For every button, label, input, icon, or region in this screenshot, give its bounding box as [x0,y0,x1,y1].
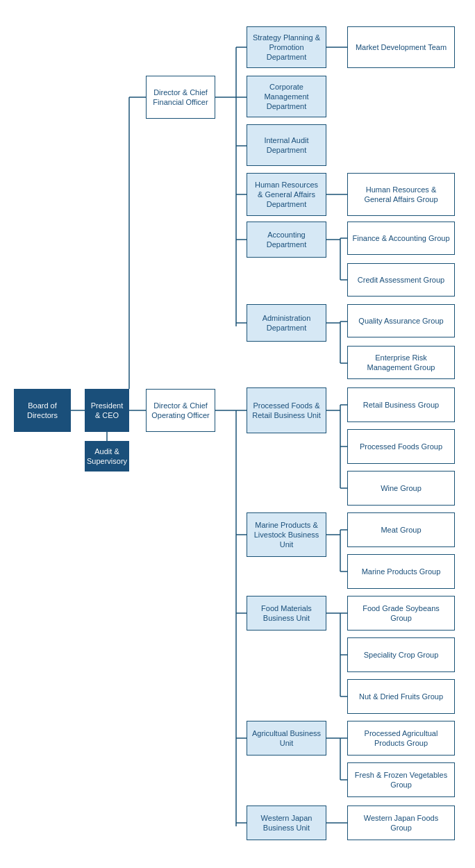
accounting-dept: Accounting Department [247,222,326,258]
marine-products-group: Marine Products Group [347,554,455,589]
internal-audit-dept: Internal Audit Department [247,124,326,166]
admin-dept: Administration Department [247,304,326,342]
market-dev-team: Market Development Team [347,26,455,68]
food-grade-group: Food Grade Soybeans Group [347,596,455,631]
agricultural-bu: Agricultual Business Unit [247,721,326,756]
enterprise-group: Enterprise Risk Management Group [347,346,455,379]
retail-biz-group: Retail Business Group [347,387,455,422]
processed-foods-group: Processed Foods Group [347,429,455,464]
hr-dept: Human Resources & General Affairs Depart… [247,173,326,216]
speciality-crop-group: Speciality Crop Group [347,637,455,672]
quality-group: Quality Assurance Group [347,304,455,337]
audit-supervisory: Audit & Supervisory [85,441,129,471]
credit-group: Credit Assessment Group [347,263,455,297]
fresh-frozen-group: Fresh & Frozen Vegetables Group [347,762,455,797]
finance-group: Finance & Accounting Group [347,222,455,255]
processed-agri-group: Processed Agricultual Products Group [347,721,455,756]
board-of-directors: Board of Directors [14,389,71,432]
president-ceo: President & CEO [85,389,129,432]
corporate-dept: Corporate Management Department [247,76,326,117]
hr-group: Human Resources & General Affairs Group [347,173,455,216]
western-japan-foods-group: Western Japan Foods Group [347,806,455,840]
processed-retail-bu: Processed Foods & Retail Business Unit [247,387,326,433]
nut-dried-group: Nut & Dried Fruits Group [347,679,455,714]
marine-bu: Marine Products & Livestock Business Uni… [247,512,326,557]
western-japan-bu: Western Japan Business Unit [247,806,326,840]
food-materials-bu: Food Materials Business Unit [247,596,326,631]
meat-group: Meat Group [347,512,455,547]
director-coo: Director & Chief Operating Officer [146,389,215,432]
strategy-dept: Strategy Planning & Promotion Department [247,26,326,68]
director-cfo: Director & Chief Financial Officer [146,76,215,119]
wine-group: Wine Group [347,471,455,506]
